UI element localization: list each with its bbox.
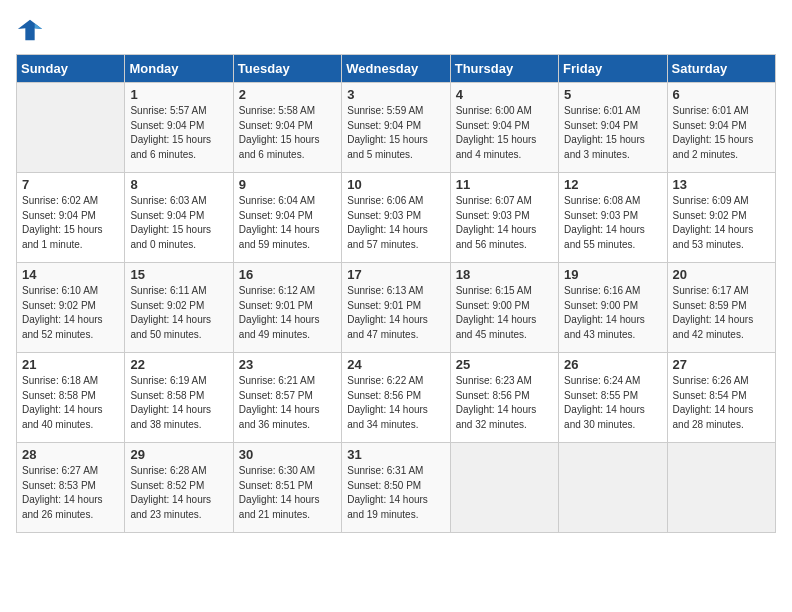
day-number: 11 [456,177,553,192]
calendar-cell [559,443,667,533]
calendar-table: SundayMondayTuesdayWednesdayThursdayFrid… [16,54,776,533]
day-info: Sunrise: 6:00 AMSunset: 9:04 PMDaylight:… [456,105,537,160]
day-number: 9 [239,177,336,192]
calendar-cell: 23 Sunrise: 6:21 AMSunset: 8:57 PMDaylig… [233,353,341,443]
day-number: 10 [347,177,444,192]
day-number: 8 [130,177,227,192]
calendar-cell: 20 Sunrise: 6:17 AMSunset: 8:59 PMDaylig… [667,263,775,353]
calendar-cell: 10 Sunrise: 6:06 AMSunset: 9:03 PMDaylig… [342,173,450,263]
day-info: Sunrise: 6:23 AMSunset: 8:56 PMDaylight:… [456,375,537,430]
calendar-week-row: 7 Sunrise: 6:02 AMSunset: 9:04 PMDayligh… [17,173,776,263]
day-number: 24 [347,357,444,372]
day-info: Sunrise: 5:57 AMSunset: 9:04 PMDaylight:… [130,105,211,160]
day-info: Sunrise: 6:30 AMSunset: 8:51 PMDaylight:… [239,465,320,520]
day-info: Sunrise: 6:13 AMSunset: 9:01 PMDaylight:… [347,285,428,340]
weekday-header-saturday: Saturday [667,55,775,83]
day-number: 13 [673,177,770,192]
calendar-cell: 17 Sunrise: 6:13 AMSunset: 9:01 PMDaylig… [342,263,450,353]
day-info: Sunrise: 6:22 AMSunset: 8:56 PMDaylight:… [347,375,428,430]
weekday-header-friday: Friday [559,55,667,83]
day-number: 30 [239,447,336,462]
day-number: 18 [456,267,553,282]
calendar-cell: 28 Sunrise: 6:27 AMSunset: 8:53 PMDaylig… [17,443,125,533]
calendar-cell: 22 Sunrise: 6:19 AMSunset: 8:58 PMDaylig… [125,353,233,443]
day-number: 28 [22,447,119,462]
calendar-cell: 30 Sunrise: 6:30 AMSunset: 8:51 PMDaylig… [233,443,341,533]
day-number: 14 [22,267,119,282]
calendar-cell: 27 Sunrise: 6:26 AMSunset: 8:54 PMDaylig… [667,353,775,443]
calendar-cell: 5 Sunrise: 6:01 AMSunset: 9:04 PMDayligh… [559,83,667,173]
day-number: 7 [22,177,119,192]
day-info: Sunrise: 6:07 AMSunset: 9:03 PMDaylight:… [456,195,537,250]
calendar-cell: 29 Sunrise: 6:28 AMSunset: 8:52 PMDaylig… [125,443,233,533]
day-number: 20 [673,267,770,282]
weekday-header-sunday: Sunday [17,55,125,83]
page-header [16,16,776,44]
calendar-week-row: 14 Sunrise: 6:10 AMSunset: 9:02 PMDaylig… [17,263,776,353]
calendar-cell: 19 Sunrise: 6:16 AMSunset: 9:00 PMDaylig… [559,263,667,353]
day-info: Sunrise: 6:21 AMSunset: 8:57 PMDaylight:… [239,375,320,430]
calendar-cell: 8 Sunrise: 6:03 AMSunset: 9:04 PMDayligh… [125,173,233,263]
day-number: 4 [456,87,553,102]
calendar-cell: 9 Sunrise: 6:04 AMSunset: 9:04 PMDayligh… [233,173,341,263]
weekday-header-wednesday: Wednesday [342,55,450,83]
day-info: Sunrise: 6:16 AMSunset: 9:00 PMDaylight:… [564,285,645,340]
day-number: 15 [130,267,227,282]
day-info: Sunrise: 6:28 AMSunset: 8:52 PMDaylight:… [130,465,211,520]
calendar-cell: 3 Sunrise: 5:59 AMSunset: 9:04 PMDayligh… [342,83,450,173]
day-number: 17 [347,267,444,282]
day-info: Sunrise: 6:12 AMSunset: 9:01 PMDaylight:… [239,285,320,340]
calendar-cell: 4 Sunrise: 6:00 AMSunset: 9:04 PMDayligh… [450,83,558,173]
weekday-header-monday: Monday [125,55,233,83]
day-info: Sunrise: 6:10 AMSunset: 9:02 PMDaylight:… [22,285,103,340]
calendar-cell [450,443,558,533]
calendar-cell: 16 Sunrise: 6:12 AMSunset: 9:01 PMDaylig… [233,263,341,353]
calendar-cell: 11 Sunrise: 6:07 AMSunset: 9:03 PMDaylig… [450,173,558,263]
day-info: Sunrise: 6:06 AMSunset: 9:03 PMDaylight:… [347,195,428,250]
day-number: 23 [239,357,336,372]
day-info: Sunrise: 6:26 AMSunset: 8:54 PMDaylight:… [673,375,754,430]
day-number: 29 [130,447,227,462]
day-info: Sunrise: 6:17 AMSunset: 8:59 PMDaylight:… [673,285,754,340]
day-number: 26 [564,357,661,372]
day-number: 22 [130,357,227,372]
day-number: 19 [564,267,661,282]
calendar-cell: 6 Sunrise: 6:01 AMSunset: 9:04 PMDayligh… [667,83,775,173]
day-info: Sunrise: 6:15 AMSunset: 9:00 PMDaylight:… [456,285,537,340]
calendar-cell: 24 Sunrise: 6:22 AMSunset: 8:56 PMDaylig… [342,353,450,443]
day-number: 5 [564,87,661,102]
calendar-cell: 2 Sunrise: 5:58 AMSunset: 9:04 PMDayligh… [233,83,341,173]
day-info: Sunrise: 6:01 AMSunset: 9:04 PMDaylight:… [673,105,754,160]
calendar-cell: 18 Sunrise: 6:15 AMSunset: 9:00 PMDaylig… [450,263,558,353]
day-info: Sunrise: 5:58 AMSunset: 9:04 PMDaylight:… [239,105,320,160]
svg-marker-0 [18,20,42,41]
calendar-cell: 12 Sunrise: 6:08 AMSunset: 9:03 PMDaylig… [559,173,667,263]
day-number: 12 [564,177,661,192]
day-number: 25 [456,357,553,372]
day-info: Sunrise: 5:59 AMSunset: 9:04 PMDaylight:… [347,105,428,160]
day-info: Sunrise: 6:03 AMSunset: 9:04 PMDaylight:… [130,195,211,250]
calendar-cell: 14 Sunrise: 6:10 AMSunset: 9:02 PMDaylig… [17,263,125,353]
day-info: Sunrise: 6:02 AMSunset: 9:04 PMDaylight:… [22,195,103,250]
day-info: Sunrise: 6:09 AMSunset: 9:02 PMDaylight:… [673,195,754,250]
day-info: Sunrise: 6:01 AMSunset: 9:04 PMDaylight:… [564,105,645,160]
weekday-header-row: SundayMondayTuesdayWednesdayThursdayFrid… [17,55,776,83]
calendar-cell: 26 Sunrise: 6:24 AMSunset: 8:55 PMDaylig… [559,353,667,443]
day-number: 31 [347,447,444,462]
day-number: 6 [673,87,770,102]
weekday-header-tuesday: Tuesday [233,55,341,83]
calendar-week-row: 21 Sunrise: 6:18 AMSunset: 8:58 PMDaylig… [17,353,776,443]
day-info: Sunrise: 6:24 AMSunset: 8:55 PMDaylight:… [564,375,645,430]
calendar-cell: 1 Sunrise: 5:57 AMSunset: 9:04 PMDayligh… [125,83,233,173]
day-number: 2 [239,87,336,102]
logo-bird-icon [16,16,44,44]
calendar-cell: 25 Sunrise: 6:23 AMSunset: 8:56 PMDaylig… [450,353,558,443]
day-number: 21 [22,357,119,372]
calendar-week-row: 28 Sunrise: 6:27 AMSunset: 8:53 PMDaylig… [17,443,776,533]
day-info: Sunrise: 6:04 AMSunset: 9:04 PMDaylight:… [239,195,320,250]
day-info: Sunrise: 6:08 AMSunset: 9:03 PMDaylight:… [564,195,645,250]
day-number: 27 [673,357,770,372]
day-info: Sunrise: 6:11 AMSunset: 9:02 PMDaylight:… [130,285,211,340]
calendar-cell: 7 Sunrise: 6:02 AMSunset: 9:04 PMDayligh… [17,173,125,263]
calendar-cell [17,83,125,173]
